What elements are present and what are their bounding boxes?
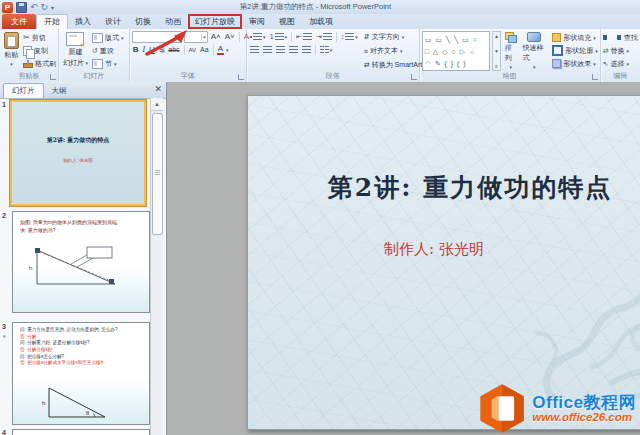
qat-dropdown-icon[interactable]: ▾: [51, 4, 54, 11]
paste-button[interactable]: 粘贴 ▾: [2, 31, 21, 71]
office-logo-icon: [476, 384, 528, 433]
cut-button[interactable]: ✂剪切: [23, 31, 56, 44]
copy-button[interactable]: 复制: [23, 44, 56, 57]
reset-icon: ↺: [92, 47, 98, 55]
text-direction-icon: ⇵: [364, 33, 370, 41]
shape-outline-button[interactable]: 形状轮廓▾: [552, 44, 598, 57]
close-icon[interactable]: ✕: [154, 84, 162, 94]
quick-styles-icon: [527, 32, 541, 42]
slides-panel: 幻灯片 大纲 ✕ 1 第2讲: 重力做功的特点 制作人: 张光明 2 如图: 质…: [0, 82, 167, 435]
section-button[interactable]: 节▾: [92, 57, 124, 70]
slide-thumbnail-3[interactable]: 问: 重力方向是竖直的, 运动方向是斜的, 怎么办? 答: 分解 问: 分解重力…: [12, 322, 150, 425]
gallery-up-button[interactable]: ▲: [494, 33, 499, 39]
shape-effects-button[interactable]: 形状效果▾: [552, 57, 598, 70]
drawing-group-label: 绘图: [420, 71, 600, 81]
section-icon: [92, 59, 103, 69]
thumbnails-scrollbar[interactable]: ▲: [150, 98, 163, 435]
tab-home[interactable]: 开始: [36, 14, 68, 29]
tab-slideshow[interactable]: 幻灯片放映: [188, 14, 242, 29]
brand-url: www.office26.com: [532, 412, 636, 424]
shape-fill-button[interactable]: 形状填充▾: [552, 31, 598, 44]
save-icon[interactable]: [16, 2, 27, 13]
change-case-button[interactable]: Aa: [199, 45, 210, 55]
columns-button[interactable]: ▾: [319, 44, 334, 55]
scroll-up-button[interactable]: ▲: [151, 98, 163, 111]
undo-icon[interactable]: ↶: [30, 2, 38, 12]
format-painter-button[interactable]: 格式刷: [23, 57, 56, 70]
shapes-row[interactable]: □ △ ◇ ○ ▷ ☆: [425, 47, 487, 56]
binoculars-icon: [603, 35, 621, 40]
animation-star-icon: ★: [2, 333, 6, 339]
tab-file[interactable]: 文件: [2, 14, 36, 29]
smartart-icon: ⇄: [364, 61, 370, 69]
layout-icon: [92, 33, 103, 43]
tab-review[interactable]: 审阅: [242, 14, 272, 29]
bullets-button[interactable]: •▾: [249, 31, 267, 42]
slide-thumbnail-4[interactable]: [12, 429, 150, 435]
distribute-button[interactable]: [301, 44, 312, 55]
reset-button[interactable]: ↺重设: [92, 44, 124, 57]
justify-button[interactable]: [288, 44, 299, 55]
shape-effects-icon: [552, 59, 561, 68]
paste-label: 粘贴: [5, 50, 19, 60]
layout-button[interactable]: 版式▾: [92, 31, 124, 44]
gallery-more-button[interactable]: ≡: [495, 63, 498, 69]
shape-outline-icon: [552, 45, 563, 56]
shrink-font-button[interactable]: A˅: [224, 32, 236, 42]
arrange-button[interactable]: 排列 ▾: [503, 31, 519, 71]
shapes-row[interactable]: ◠ ✎ { } ( ): [425, 59, 487, 68]
powerpoint-icon[interactable]: P: [2, 2, 13, 13]
align-text-button[interactable]: ≡对齐文本▾: [364, 45, 427, 57]
ribbon-tab-row: 文件 开始 插入 设计 切换 动画 幻灯片放映 审阅 视图 加载项: [0, 14, 640, 29]
font-dialog-launcher[interactable]: [238, 74, 244, 80]
slide-thumbnail-1[interactable]: 第2讲: 重力做功的特点 制作人: 张光明: [9, 99, 147, 207]
scrollbar-thumb[interactable]: [152, 113, 163, 235]
slide-number: 2: [2, 212, 6, 219]
drawing-dialog-launcher[interactable]: [592, 74, 598, 80]
select-button[interactable]: ↖选择▾: [603, 57, 638, 70]
tab-design[interactable]: 设计: [98, 14, 128, 29]
thumb3-line: 问: 分解重力好, 还是分解位移s好?: [20, 340, 118, 347]
panel-tab-outline[interactable]: 大纲: [44, 84, 75, 98]
slide-thumbnail-2[interactable]: 如图: 质量为m的物体从斜面的顶端滑到底端, 求: 重力做的功? h: [12, 211, 150, 313]
new-slide-button[interactable]: 新建 幻灯片 ▾: [61, 31, 90, 71]
new-slide-icon: [66, 32, 84, 46]
group-paragraph: •▾ 1▾ ⇤ ⇥ ↕▾ ▾ ⇵文字方向▾ ≡对齐文本▾ ⇄转换为 Smart: [247, 29, 420, 82]
gallery-down-button[interactable]: ▼: [494, 48, 499, 54]
align-right-button[interactable]: [275, 44, 286, 55]
shapes-gallery[interactable]: ▭ ▭ ╲ ╲ ▭ ○ □ △ ◇ ○ ▷ ☆ ◠ ✎ { } ( ): [422, 31, 490, 71]
increase-indent-button[interactable]: ⇥: [315, 31, 333, 42]
numbering-button[interactable]: 1▾: [269, 31, 288, 42]
grow-font-button[interactable]: A˄: [210, 32, 222, 42]
clipboard-dialog-launcher[interactable]: [50, 74, 56, 80]
paragraph-dialog-launcher[interactable]: [411, 74, 417, 80]
font-color-button[interactable]: A: [217, 45, 224, 55]
slide-subtitle[interactable]: 制作人: 张光明: [212, 240, 640, 259]
slide-number: 1: [2, 101, 6, 108]
text-direction-button[interactable]: ⇵文字方向▾: [364, 31, 427, 43]
line-spacing-button[interactable]: ↕▾: [340, 31, 359, 42]
tab-view[interactable]: 视图: [272, 14, 302, 29]
redo-icon[interactable]: ↻: [41, 2, 49, 12]
panel-tab-slides[interactable]: 幻灯片: [3, 83, 44, 98]
tab-addins[interactable]: 加载项: [302, 14, 340, 29]
align-center-button[interactable]: [262, 44, 273, 55]
decrease-indent-button[interactable]: ⇤: [295, 31, 313, 42]
group-editing: 查找 ⇄替换▾ ↖选择▾ 编辑: [601, 29, 640, 82]
replace-icon: ⇄: [603, 47, 609, 55]
shapes-row[interactable]: ▭ ▭ ╲ ╲ ▭ ○: [425, 35, 487, 44]
tab-insert[interactable]: 插入: [68, 14, 98, 29]
align-left-button[interactable]: [249, 44, 260, 55]
convert-smartart-button[interactable]: ⇄转换为 SmartArt▾: [364, 59, 427, 71]
ribbon: 粘贴 ▾ ✂剪切 复制 格式刷 剪贴板 新建 幻灯片 ▾ 版式▾ ↺重设 节▾ …: [0, 29, 640, 83]
quick-styles-button[interactable]: 快速样式 ▾: [521, 31, 549, 71]
find-button[interactable]: 查找: [603, 31, 638, 44]
paste-caret-icon: ▾: [10, 61, 13, 67]
slide-title[interactable]: 第2讲: 重力做功的特点: [248, 171, 640, 204]
replace-button[interactable]: ⇄替换▾: [603, 44, 638, 57]
tab-animations[interactable]: 动画: [158, 14, 188, 29]
slide-number: 4: [2, 429, 6, 435]
slide-canvas[interactable]: 第2讲: 重力做功的特点 制作人: 张光明: [247, 95, 640, 430]
thumb3-line: 答: 把位移s分解成水平位移x和竖直位移h: [20, 360, 118, 367]
tab-transitions[interactable]: 切换: [128, 14, 158, 29]
